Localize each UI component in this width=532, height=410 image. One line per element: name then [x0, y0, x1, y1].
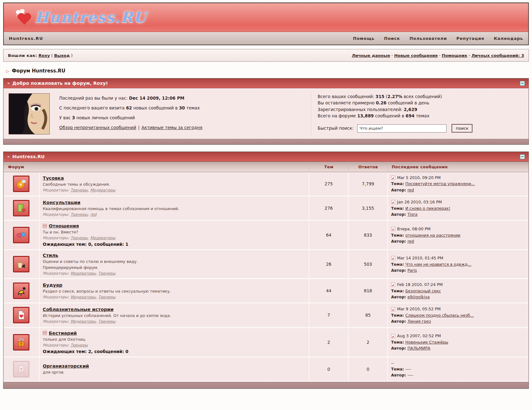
- userbar-link[interactable]: Новые сообщения: [394, 53, 438, 58]
- forum-row: Бестиарийтолько для ОхотницМодераторы: Т…: [3, 328, 529, 357]
- forum-link[interactable]: Отношения: [49, 223, 79, 228]
- username-link[interactable]: Roxy: [39, 53, 50, 58]
- forum-description: только для Охотниц: [43, 337, 306, 342]
- nav-menu: ПомощьПоискПользователиРепутацияКалендар…: [353, 36, 523, 41]
- forum-row: Соблазнительные историиИстории успешных …: [3, 303, 529, 328]
- moderator-link[interactable]: Тренеры: [71, 188, 88, 192]
- welcome-info: Последний раз вы были у нас: Dec 14 2009…: [52, 92, 311, 136]
- author-link[interactable]: red: [408, 239, 414, 244]
- topic-link[interactable]: отношения на расстоянии: [405, 233, 460, 238]
- nav-item-поиск[interactable]: Поиск: [384, 36, 400, 41]
- userbar-link[interactable]: Помощник: [442, 53, 467, 58]
- last-post-icon: [391, 256, 395, 260]
- moderator-link[interactable]: Модераторы: [90, 236, 116, 240]
- collapse-button[interactable]: [520, 154, 525, 159]
- author-link[interactable]: elkiigolkiya: [408, 295, 430, 299]
- author-link[interactable]: Paris: [408, 268, 417, 273]
- moderator-link[interactable]: red: [90, 212, 97, 217]
- moderator-link[interactable]: Модераторы: [71, 271, 96, 276]
- author-link[interactable]: Tigra: [408, 212, 417, 217]
- topics-count: 26: [309, 250, 349, 279]
- last-post-date: Mar 9 2010, 05:52 PM: [391, 306, 525, 312]
- logo-link[interactable]: Huntress.RU: [15, 9, 147, 26]
- forum-link[interactable]: Тусовка: [43, 176, 64, 181]
- quick-search-button[interactable]: поиск: [452, 124, 472, 133]
- separator-dot: ·: [438, 53, 442, 58]
- last-post-icon: [391, 176, 395, 180]
- new-posts-mini-icon: [43, 331, 47, 335]
- moderator-link[interactable]: Тренеры: [98, 295, 116, 299]
- userbar-links: Личные данные·Новые сообщения·Помощник·Л…: [352, 53, 524, 58]
- welcome-info-line: Последний раз вы были у нас: Dec 14 2009…: [59, 96, 303, 101]
- forum-link[interactable]: Консультации: [43, 200, 80, 205]
- logout-link[interactable]: Выход: [54, 53, 70, 58]
- nav-home-link[interactable]: Huntress.RU: [9, 36, 43, 41]
- author-link[interactable]: ПАЛЬМИРА: [408, 346, 430, 351]
- quick-search-input[interactable]: [357, 124, 446, 133]
- userbar: Вошли как: Roxy ( Выход ) Личные данные·…: [3, 49, 529, 62]
- forum-link[interactable]: Будуар: [43, 283, 62, 288]
- separator-dot: ·: [390, 53, 394, 58]
- org-icon: [13, 361, 29, 377]
- moderator-link[interactable]: Тренеры: [71, 212, 88, 217]
- forum-description: Квалифицированная помощь в темах соблазн…: [43, 206, 306, 211]
- last-post-topic: Тема: Что нам не нравится в одежд...: [391, 261, 525, 267]
- moderator-link[interactable]: Тренеры: [71, 343, 88, 347]
- replies-count: 2: [349, 328, 388, 357]
- topic-link[interactable]: И сново о пикаперах!: [405, 206, 450, 211]
- welcome-link[interactable]: Активные темы за сегодня: [142, 125, 202, 130]
- forum-link[interactable]: Организаторский: [43, 363, 89, 369]
- lock-icon: [13, 334, 29, 351]
- last-post-author: Автор: elkiigolkiya: [391, 294, 525, 300]
- forum-description: Свободные темы и обсуждения.: [43, 182, 306, 187]
- moderator-link[interactable]: Модераторы: [90, 188, 116, 192]
- last-post-date: Feb 18 2010, 07:24 PM: [391, 282, 525, 288]
- welcome-info-line: С последнего вашего визита 62 новых сооб…: [59, 105, 303, 111]
- forum-link[interactable]: Бестиарий: [49, 331, 77, 336]
- moderator-link[interactable]: Модераторы: [71, 295, 96, 299]
- quick-search: Быстрый поиск: поиск: [318, 124, 521, 133]
- nav-item-календарь[interactable]: Календарь: [494, 36, 523, 41]
- nav-item-репутация[interactable]: Репутация: [456, 36, 484, 41]
- last-post-topic: Тема: И сново о пикаперах!: [391, 205, 525, 211]
- topic-link[interactable]: Безопасный секс: [405, 289, 441, 293]
- moderator-link[interactable]: Тренеры: [71, 236, 88, 240]
- nav-item-пользователи[interactable]: Пользователи: [409, 36, 447, 41]
- author-link[interactable]: red: [408, 188, 414, 192]
- style-icon: [13, 256, 29, 272]
- userbar-link[interactable]: Личных сообщений: 3: [472, 53, 524, 58]
- nav-item-помощь[interactable]: Помощь: [353, 36, 375, 41]
- last-post-date: Вчера, 08:00 PM: [391, 226, 525, 232]
- forum-titlebar: Huntress.RU: [3, 152, 529, 162]
- moderator-link[interactable]: Модераторы: [71, 319, 96, 324]
- boudoir-icon: [13, 283, 29, 299]
- breadcrumb-icon: [6, 68, 9, 74]
- author-link[interactable]: Линия грез: [408, 319, 431, 324]
- last-post-author: Автор: ПАЛЬМИРА: [391, 345, 525, 351]
- breadcrumb: Форум Huntress.RU: [6, 68, 526, 74]
- topic-link[interactable]: Посоветуйте метод упражнени...: [405, 181, 475, 186]
- topic-link[interactable]: Что нам не нравится в одежд...: [405, 262, 472, 267]
- last-post-date: Aug 3 2007, 02:52 PM: [391, 333, 525, 339]
- forum-link[interactable]: Стиль: [43, 253, 58, 258]
- userbar-link[interactable]: Личные данные: [352, 53, 390, 58]
- forum-table-header: Форум Тем Ответов Последнее сообщение: [3, 162, 529, 172]
- welcome-info-line: У вас 3 новых личных сообщений: [59, 115, 303, 121]
- last-post-author: Автор: ----: [391, 372, 525, 378]
- last-post-icon: [391, 283, 395, 287]
- topic-link[interactable]: Слишком поздно сбылась незб...: [405, 313, 474, 318]
- topic-link[interactable]: Новенькие Стажёры: [405, 340, 448, 345]
- forum-link[interactable]: Соблазнительные истории: [43, 307, 114, 312]
- moderators-line: Модераторы: Тренеры, red: [43, 212, 306, 217]
- collapse-button[interactable]: [520, 81, 525, 86]
- moderator-link[interactable]: Тренеры: [98, 319, 116, 324]
- moderator-link[interactable]: Тренеры: [98, 271, 116, 276]
- topics-count: 2: [309, 328, 349, 357]
- last-post-icon: [391, 200, 395, 204]
- welcome-footer-strip: [3, 139, 529, 144]
- panel-arrow-icon: [7, 154, 10, 159]
- last-post-author: Автор: red: [391, 238, 525, 244]
- welcome-link[interactable]: Обзор непрочитанных сообщений: [59, 125, 136, 130]
- stories-icon: [13, 307, 29, 323]
- moderators-line: Модераторы: Модераторы, Тренеры: [43, 319, 306, 324]
